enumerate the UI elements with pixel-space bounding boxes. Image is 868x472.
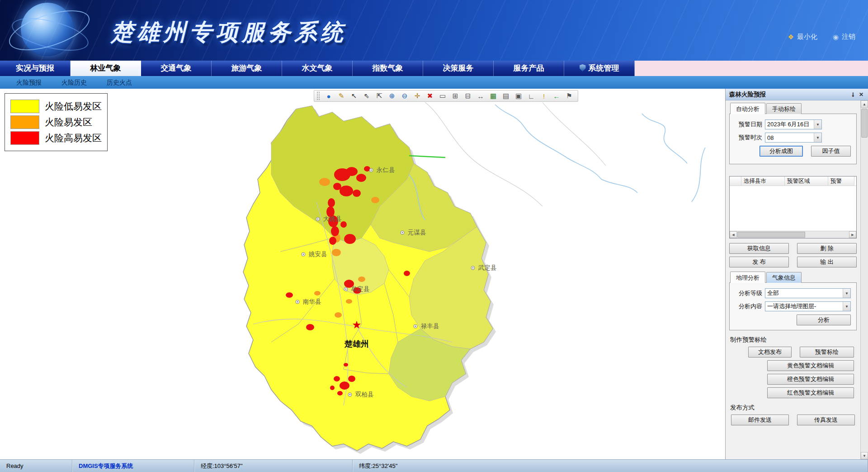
draw-icon[interactable]: ✎ [335, 91, 347, 101]
scroll-thumb[interactable] [861, 109, 868, 138]
email-send-button[interactable]: 邮件发送 [731, 415, 789, 425]
subnav-item-历史火点[interactable]: 历史火点 [97, 76, 142, 89]
logout-button[interactable]: ◉ 注销 [833, 33, 855, 41]
river-line [642, 114, 687, 163]
status-longitude: 经度:103°56'57" [194, 460, 353, 472]
nav-tab-label: 水文气象 [302, 64, 333, 72]
status-latitude: 纬度:25°32'45" [353, 460, 868, 472]
minimize-icon: ❖ [788, 33, 793, 41]
publish-button[interactable]: 发 布 [729, 257, 789, 267]
nav-tab-指数气象[interactable]: 指数气象 [353, 61, 423, 76]
town-marker-dot [317, 219, 319, 220]
fire-risk-medium-blob [332, 249, 341, 256]
publish-method-label: 发布方式 [730, 404, 857, 412]
tab-气象信息[interactable]: 气象信息 [766, 272, 802, 283]
orange-doc-button[interactable]: 橙色预警文档编辑 [767, 374, 854, 385]
analysis-tab-strip: 自动分析手动标绘 [730, 103, 857, 114]
geo-analysis-panel: 分析等级 全部 ▼ 分析内容 一请选择地理图层- ▼ 分析 [729, 282, 857, 330]
factor-value-button[interactable]: 因子值 [811, 146, 851, 157]
status-system-link[interactable]: DMGIS专项服务系统 [72, 460, 194, 472]
scroll-up-icon[interactable]: ▲ [861, 100, 868, 108]
table-column-选择县市[interactable]: 选择县市 [741, 176, 785, 186]
red-doc-button[interactable]: 红色预警文档编辑 [767, 387, 854, 398]
get-info-button[interactable]: 获取信息 [729, 243, 789, 254]
doc-publish-button[interactable]: 文档发布 [748, 347, 792, 358]
scroll-right-icon[interactable]: ▶ [849, 231, 856, 238]
tab-手动标绘[interactable]: 手动标绘 [766, 103, 802, 114]
warn-time-select[interactable]: 08 ▼ [765, 133, 822, 143]
close-icon[interactable]: ✕ [857, 91, 865, 99]
analysis-level-select[interactable]: 全部 ▼ [765, 288, 851, 298]
angle-measure-icon[interactable]: ∟ [525, 91, 537, 101]
delete-button[interactable]: 删 除 [797, 243, 857, 254]
table-horizontal-scrollbar[interactable]: ◀ ▶ [730, 231, 856, 238]
analysis-content-select[interactable]: 一请选择地理图层- ▼ [765, 301, 851, 311]
district-label: 禄丰县 [421, 323, 439, 329]
legend-row: 火险易发区 [10, 115, 102, 129]
identify-icon[interactable]: ! [538, 91, 550, 101]
minimize-button[interactable]: ❖ 最小化 [788, 33, 817, 41]
fax-send-button[interactable]: 传真发送 [797, 415, 855, 425]
analyze-map-button[interactable]: 分析成图 [760, 146, 803, 157]
warn-date-select[interactable]: 2023年 6月16日 ▼ [765, 119, 822, 129]
measure-icon[interactable]: ↔ [475, 91, 486, 101]
nav-tab-交通气象[interactable]: 交通气象 [141, 61, 212, 76]
fixed-zoom-out-icon[interactable]: ⊟ [462, 91, 474, 101]
tab-地理分析[interactable]: 地理分析 [730, 272, 765, 283]
yellow-doc-button[interactable]: 黄色预警文档编辑 [767, 360, 854, 371]
scroll-left-icon[interactable]: ◀ [730, 231, 737, 238]
scroll-down-icon[interactable]: ▼ [861, 452, 868, 459]
select-arrow-icon[interactable]: ↖ [348, 91, 360, 101]
town-marker-dot [371, 170, 372, 171]
flag-icon[interactable]: ⚑ [563, 91, 575, 101]
clear-selection-icon[interactable]: ✖ [424, 91, 436, 101]
tab-自动分析[interactable]: 自动分析 [730, 103, 765, 114]
select-add-icon[interactable]: ⇖ [361, 91, 373, 101]
globe-icon[interactable]: ● [323, 91, 335, 101]
fire-risk-high-blob [344, 363, 348, 367]
output-button[interactable]: 输 出 [797, 257, 857, 267]
fixed-zoom-in-icon[interactable]: ⊞ [449, 91, 461, 101]
zoom-out-icon[interactable]: ⊖ [399, 91, 410, 101]
table-column-预警[interactable]: 预警 [828, 176, 854, 186]
scroll-thumb[interactable] [737, 232, 805, 238]
warning-table-body[interactable] [730, 186, 856, 229]
nav-tab-旅游气象[interactable]: 旅游气象 [212, 61, 282, 76]
print-icon[interactable]: ▣ [513, 91, 524, 101]
district-label: 牟定县 [351, 286, 370, 292]
map-canvas[interactable]: 永仁县大姚县元谋县姚安县武定县牟定县南华县禄丰县双柏县★楚雄州 [0, 89, 725, 459]
city-label: 楚雄州 [344, 339, 369, 348]
analyze-button[interactable]: 分析 [797, 315, 851, 325]
auto-analysis-panel: 预警日期 2023年 6月16日 ▼ 预警时次 08 ▼ 分析成图 因子值 [729, 114, 857, 164]
neighbor-boundary [542, 102, 606, 166]
nav-tab-林业气象[interactable]: 林业气象 [71, 61, 141, 76]
toolbar-grip[interactable] [317, 92, 320, 100]
pin-icon[interactable]: ⊸ [849, 91, 857, 99]
nav-tab-决策服务[interactable]: 决策服务 [423, 61, 494, 76]
town-marker-dot [402, 232, 403, 234]
nav-tab-水文气象[interactable]: 水文气象 [282, 61, 353, 76]
warning-marking-button[interactable]: 预警标绘 [800, 347, 854, 358]
panel-title-bar: 森林火险预报 ⊸ ✕ [726, 89, 868, 100]
fire-risk-high-blob [337, 391, 343, 396]
pan-icon[interactable]: ✛ [411, 91, 423, 101]
subnav-item-火险历史[interactable]: 火险历史 [52, 76, 97, 89]
back-icon[interactable]: ← [551, 91, 562, 101]
nav-tab-服务产品[interactable]: 服务产品 [494, 61, 564, 76]
chart-icon[interactable]: ▦ [487, 91, 499, 101]
select-clear-icon[interactable]: ⇱ [373, 91, 385, 101]
table-column-预警区域[interactable]: 预警区域 [785, 176, 828, 186]
zoom-in-icon[interactable]: ⊕ [386, 91, 398, 101]
subnav-item-火险预报[interactable]: 火险预报 [6, 76, 52, 89]
panel-vertical-scrollbar[interactable]: ▲ ▼ [860, 100, 868, 459]
nav-tab-实况与预报[interactable]: 实况与预报 [0, 61, 71, 76]
city-star-icon: ★ [352, 319, 362, 331]
legend-swatch [10, 115, 39, 129]
district-label: 姚安县 [308, 251, 327, 257]
nav-tab-系统管理[interactable]: 系统管理 [564, 61, 635, 76]
nav-tab-label: 旅游气象 [231, 64, 262, 72]
full-extent-icon[interactable]: ▭ [437, 91, 448, 101]
table-column-blank[interactable] [730, 176, 741, 186]
highlight-boundary [409, 156, 445, 157]
layers-icon[interactable]: ▤ [500, 91, 512, 101]
